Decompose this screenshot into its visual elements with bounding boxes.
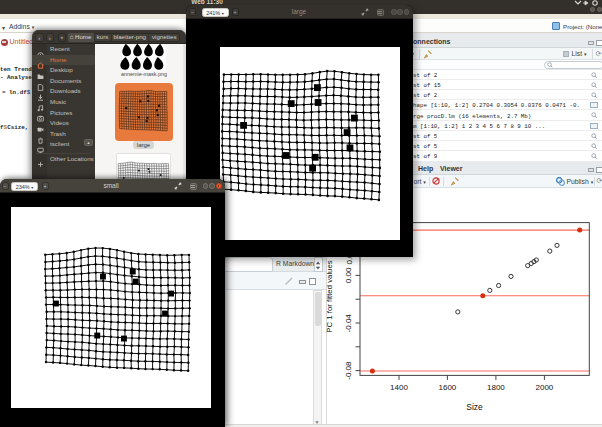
svg-text:1800: 1800 — [487, 383, 505, 392]
svg-text:1600: 1600 — [439, 383, 457, 392]
svg-text:1400: 1400 — [390, 383, 408, 392]
svg-text:0.00: 0.00 — [345, 267, 354, 283]
svg-text:-0.04: -0.04 — [345, 314, 354, 333]
svg-text:PC 1 for fitted values: PC 1 for fitted values — [326, 260, 334, 332]
svg-text:Size: Size — [466, 402, 483, 412]
svg-text:2000: 2000 — [536, 383, 554, 392]
svg-text:-0.08: -0.08 — [345, 361, 354, 380]
